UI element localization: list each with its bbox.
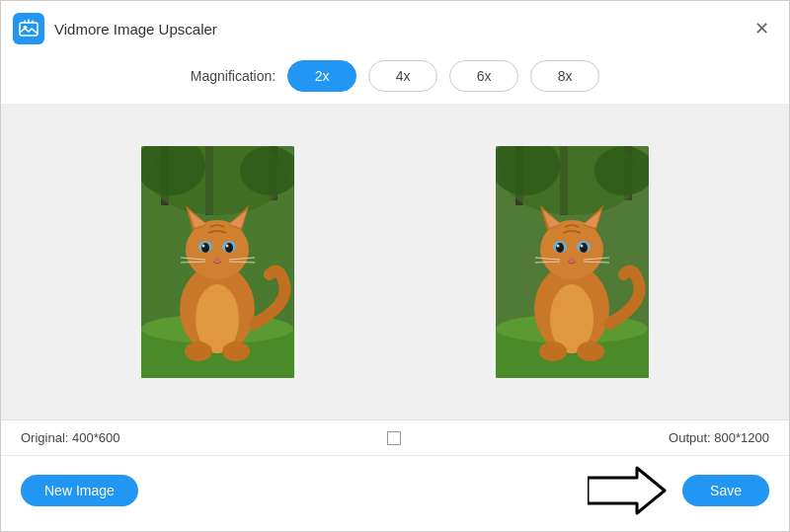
svg-point-58 xyxy=(539,342,567,361)
info-bar: Original: 400*600 Output: 800*1200 xyxy=(1,419,789,455)
title-bar: Vidmore Image Upscaler ✕ xyxy=(1,1,789,52)
mag-4x-button[interactable]: 4x xyxy=(368,60,437,92)
svg-point-49 xyxy=(556,243,564,253)
output-image-panel xyxy=(496,146,649,378)
svg-point-20 xyxy=(201,243,209,253)
svg-point-22 xyxy=(202,244,205,247)
original-image-panel xyxy=(141,146,294,378)
app-icon xyxy=(13,13,44,44)
svg-point-52 xyxy=(581,244,584,247)
app-title: Vidmore Image Upscaler xyxy=(54,21,217,38)
svg-point-59 xyxy=(577,342,604,361)
arrow-icon xyxy=(588,466,667,515)
mag-8x-button[interactable]: 8x xyxy=(530,60,599,92)
main-area xyxy=(1,104,789,419)
main-area-wrapper xyxy=(1,104,789,419)
svg-marker-60 xyxy=(588,468,665,513)
svg-point-51 xyxy=(557,244,560,247)
mag-6x-button[interactable]: 6x xyxy=(449,60,518,92)
svg-point-21 xyxy=(225,243,233,253)
magnification-row: Magnification: 2x 4x 6x 8x xyxy=(1,52,789,104)
svg-point-50 xyxy=(580,243,588,253)
bottom-bar: New Image Save xyxy=(1,455,789,525)
svg-point-23 xyxy=(226,244,229,247)
title-left: Vidmore Image Upscaler xyxy=(13,13,217,44)
original-image xyxy=(141,146,294,378)
output-image xyxy=(496,146,649,378)
right-actions: Save xyxy=(588,466,769,515)
new-image-button[interactable]: New Image xyxy=(21,475,138,506)
original-size-label: Original: 400*600 xyxy=(21,430,119,445)
output-size-label: Output: 800*1200 xyxy=(669,430,769,445)
magnification-label: Magnification: xyxy=(191,68,276,84)
compare-checkbox[interactable] xyxy=(387,431,401,445)
svg-point-29 xyxy=(185,342,212,361)
svg-point-30 xyxy=(222,342,250,361)
save-button[interactable]: Save xyxy=(682,475,769,506)
close-button[interactable]: ✕ xyxy=(750,17,773,40)
svg-rect-0 xyxy=(20,23,38,36)
mag-2x-button[interactable]: 2x xyxy=(287,60,356,92)
